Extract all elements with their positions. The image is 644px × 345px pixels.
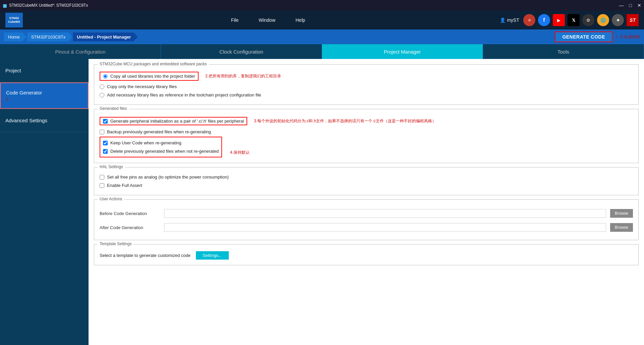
globe-icon[interactable]: 🌐 <box>597 14 609 26</box>
tab-tools-label: Tools <box>557 49 569 55</box>
mcu-radio-1[interactable] <box>103 74 108 79</box>
mcu-option-2-label: Copy only the necessary library files <box>107 84 177 89</box>
x-icon[interactable]: 𝕏 <box>568 14 580 26</box>
sidebar-project[interactable]: Project <box>0 59 89 82</box>
menu-items: File Window Help <box>36 17 500 23</box>
app-icon: ◼ <box>3 2 7 9</box>
template-settings-section: Template Settings Select a template to g… <box>94 244 639 265</box>
template-content: Select a template to generate customized… <box>100 247 633 260</box>
app-logo: STM32CubeMX <box>5 13 23 27</box>
mcu-option-3-label: Add necessary library files as reference… <box>107 92 261 97</box>
mcu-option-2-row: Copy only the necessary library files <box>100 82 633 91</box>
before-label: Before Code Generation <box>100 211 160 216</box>
after-input[interactable] <box>164 223 606 232</box>
gen-checkbox-3[interactable] <box>103 141 108 145</box>
menu-window[interactable]: Window <box>259 17 275 23</box>
restore-button[interactable]: □ <box>629 3 632 8</box>
after-browse-button[interactable]: Browse <box>610 223 633 232</box>
title-bar-controls: — □ ✕ <box>619 3 641 8</box>
mcu-options: Copy all used libraries into the project… <box>100 67 633 99</box>
breadcrumb: Home STM32F103C8Tx Untitled - Project Ma… <box>0 29 644 44</box>
gen-cb1-label: Generate peripheral initialization as a … <box>110 119 244 124</box>
user-actions-content: Before Code Generation Browse After Code… <box>100 202 633 234</box>
hal-cb1-label: Set all free pins as analog (to optimize… <box>107 175 229 180</box>
template-section-title: Template Settings <box>98 242 133 246</box>
breadcrumb-device[interactable]: STM32F103C8Tx <box>27 32 72 42</box>
before-browse-button[interactable]: Browse <box>610 209 633 218</box>
gen-cb4-label: Delete previously generated files when n… <box>110 149 219 154</box>
hal-checkbox-1[interactable] <box>100 175 104 180</box>
user-icon: 👤 <box>500 17 505 23</box>
menu-file[interactable]: File <box>231 17 239 23</box>
breadcrumb-home[interactable]: Home <box>4 32 26 42</box>
after-label: After Code Generation <box>100 225 160 230</box>
gen-annotation-3: 4.保持默认 <box>230 150 250 155</box>
generate-arrow: ↑ <box>615 34 618 40</box>
myst-button[interactable]: 👤 myST <box>500 17 519 23</box>
mcu-radio-2[interactable] <box>100 84 104 89</box>
gen-checkbox-2[interactable] <box>100 130 104 134</box>
gen-annotation-2: 3.每个外设的初始化代码分为.c和.h文件，如果不选择的话只有一个.c文件（这是… <box>254 118 436 124</box>
generate-area: GENERATE CODE ↑ 5.生成代码 <box>555 31 640 42</box>
tab-pinout[interactable]: Pinout & Configuration <box>0 44 161 59</box>
generate-code-button[interactable]: GENERATE CODE <box>555 31 612 42</box>
close-button[interactable]: ✕ <box>637 3 641 8</box>
menu-right: 👤 myST ⑩ f ▶ 𝕏 ⚙ 🌐 ✦ ST <box>500 14 639 26</box>
user-actions-section: User Actions Before Code Generation Brow… <box>94 199 639 240</box>
breadcrumb-items: Home STM32F103C8Tx Untitled - Project Ma… <box>4 32 138 42</box>
hal-cb2-label: Enable Full Assert <box>107 183 142 188</box>
gen-checkbox-4[interactable] <box>103 149 108 154</box>
generated-files-section: Generated files Generate peripheral init… <box>94 109 639 163</box>
network-icon: ✦ <box>612 14 624 26</box>
logo-text: STM32CubeMX <box>8 16 20 24</box>
breadcrumb-active[interactable]: Untitled - Project Manager <box>73 32 138 42</box>
mcu-radio-3[interactable] <box>100 93 104 97</box>
hal-section-title: HAL Settings <box>98 164 125 169</box>
tab-project-label: Project Manager <box>384 49 421 55</box>
generated-section-title: Generated files <box>98 106 129 111</box>
gen-checkbox-1[interactable] <box>103 119 108 124</box>
content-area: STM32Cube MCU packages and embedded soft… <box>89 59 644 345</box>
user-actions-title: User Actions <box>98 197 124 201</box>
sidebar-code-generator[interactable]: Code Generator 1. <box>0 82 89 109</box>
generated-options: Generate peripheral initialization as a … <box>100 112 633 157</box>
mcu-option-1-highlight: Copy all used libraries into the project… <box>100 72 199 81</box>
youtube-icon[interactable]: ▶ <box>553 14 565 26</box>
hal-checkbox-2[interactable] <box>100 183 104 188</box>
mcu-section-title: STM32Cube MCU packages and embedded soft… <box>98 62 209 66</box>
minimize-button[interactable]: — <box>619 3 624 8</box>
tab-project-manager[interactable]: Project Manager <box>322 44 483 59</box>
sidebar-advanced-settings[interactable]: Advanced Settings <box>0 109 89 132</box>
gen-option-3-row: Keep User Code when re-generating <box>103 139 219 147</box>
tab-clock[interactable]: Clock Configuration <box>161 44 322 59</box>
menu-help[interactable]: Help <box>296 17 305 23</box>
tab-bar: Pinout & Configuration Clock Configurati… <box>0 44 644 59</box>
gen-option-4-row: Delete previously generated files when n… <box>103 147 219 155</box>
st-icon[interactable]: ST <box>627 14 639 26</box>
gen-cb2-label: Backup previously generated files when r… <box>107 129 211 134</box>
github-icon[interactable]: ⚙ <box>582 14 594 26</box>
before-input[interactable] <box>164 209 606 218</box>
anniversary-icon: ⑩ <box>523 14 535 26</box>
title-bar: ◼ STM32CubeMX Untitled*: STM32F103C8Tx —… <box>0 0 644 11</box>
template-label: Select a template to generate customized… <box>100 253 191 258</box>
mcu-option-3-row: Add necessary library files as reference… <box>100 91 633 99</box>
mcu-packages-section: STM32Cube MCU packages and embedded soft… <box>94 64 639 105</box>
sidebar-code-gen-note: 1. <box>6 97 9 101</box>
gen-cb1-highlight: Generate peripheral initialization as a … <box>100 117 247 125</box>
window-title: STM32CubeMX Untitled*: STM32F103C8Tx <box>9 3 88 8</box>
mcu-option-1-label: Copy all used libraries into the project… <box>110 74 195 79</box>
hal-option-2-row: Enable Full Assert <box>100 181 633 190</box>
mcu-annotation-1: 2.把所有用到的库，复制进我们的工程目录 <box>205 73 281 79</box>
after-code-row: After Code Generation Browse <box>100 220 633 234</box>
main-layout: Project Code Generator 1. Advanced Setti… <box>0 59 644 345</box>
facebook-icon[interactable]: f <box>538 14 550 26</box>
sidebar-code-generator-label: Code Generator <box>6 90 42 95</box>
tab-tools[interactable]: Tools <box>483 44 644 59</box>
mcu-option-1-row: Copy all used libraries into the project… <box>100 70 633 82</box>
gen-cb3-cb4-highlight: Keep User Code when re-generating Delete… <box>100 137 222 157</box>
gen-cb3-label: Keep User Code when re-generating <box>110 140 181 145</box>
template-settings-button[interactable]: Settings... <box>196 251 229 260</box>
title-bar-left: ◼ STM32CubeMX Untitled*: STM32F103C8Tx <box>3 2 88 9</box>
before-code-row: Before Code Generation Browse <box>100 206 633 220</box>
